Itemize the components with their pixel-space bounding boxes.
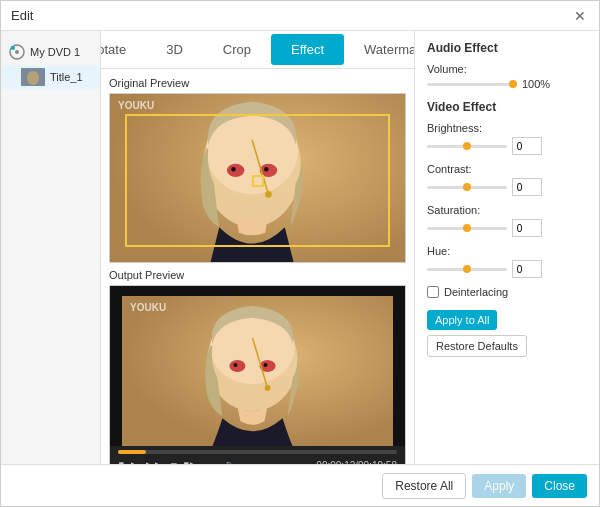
volume-label: Volume:	[427, 63, 587, 75]
deinterlacing-checkbox[interactable]	[427, 286, 439, 298]
original-watermark: YOUKU	[118, 100, 154, 111]
tab-effect[interactable]: Effect	[271, 34, 344, 65]
contrast-slider[interactable]	[427, 186, 507, 189]
tab-3d[interactable]: 3D	[146, 34, 203, 65]
contrast-slider-row	[427, 178, 587, 196]
playback-bar: ▮ ▶ ▶▶ ■ ▮▶ 🔈	[110, 446, 405, 464]
restore-defaults-button[interactable]: Restore Defaults	[427, 335, 527, 357]
center-panel: Rotate 3D Crop Effect Watermark Original…	[101, 31, 414, 464]
restore-all-button[interactable]: Restore All	[382, 473, 466, 499]
title-item-label: Title_1	[50, 71, 83, 83]
bottom-bar: Restore All Apply Close	[1, 464, 599, 506]
content-area: Rotate 3D Crop Effect Watermark Original…	[101, 31, 599, 464]
right-bottom-buttons: Apply to All Restore Defaults	[427, 310, 587, 357]
video-panel: Original Preview YOUKU	[101, 69, 414, 464]
output-preview-section: Output Preview YOUKU	[109, 269, 406, 464]
svg-point-24	[265, 385, 271, 391]
hue-slider[interactable]	[427, 268, 507, 271]
disc-icon	[9, 44, 25, 60]
contrast-input[interactable]	[512, 178, 542, 196]
tabs-bar: Rotate 3D Crop Effect Watermark	[101, 31, 414, 69]
audio-effect-title: Audio Effect	[427, 41, 587, 55]
output-preview: YOUKU	[122, 296, 393, 446]
tab-rotate[interactable]: Rotate	[101, 34, 146, 65]
contrast-row: Contrast:	[427, 163, 587, 196]
sidebar: My DVD 1 Title_1	[1, 31, 101, 464]
svg-point-21	[233, 363, 237, 367]
progress-bar-container[interactable]	[118, 450, 397, 454]
video-effect-title: Video Effect	[427, 100, 587, 114]
volume-slider-row: 100%	[427, 78, 587, 90]
svg-point-12	[264, 167, 268, 171]
original-preview-label: Original Preview	[109, 77, 406, 89]
progress-bar-fill	[118, 450, 146, 454]
svg-point-1	[15, 50, 19, 54]
svg-point-19	[229, 360, 245, 372]
right-panel: Audio Effect Volume: 100% Video Effect	[414, 31, 599, 464]
title-bar: Edit ✕	[1, 1, 599, 31]
svg-point-9	[227, 164, 244, 177]
window-title: Edit	[11, 8, 33, 23]
original-preview-section: Original Preview YOUKU	[109, 77, 406, 263]
deinterlacing-label: Deinterlacing	[444, 286, 508, 298]
original-preview: YOUKU	[109, 93, 406, 263]
original-preview-image: YOUKU	[110, 94, 405, 262]
anime-character-output	[122, 296, 393, 446]
saturation-input[interactable]	[512, 219, 542, 237]
saturation-slider[interactable]	[427, 227, 507, 230]
saturation-row: Saturation:	[427, 204, 587, 237]
apply-button[interactable]: Apply	[472, 474, 526, 498]
hue-input[interactable]	[512, 260, 542, 278]
svg-point-4	[27, 71, 39, 85]
sidebar-item-title[interactable]: Title_1	[1, 65, 100, 89]
brightness-input[interactable]: 0	[512, 137, 542, 155]
svg-point-22	[264, 363, 268, 367]
title-thumbnail	[21, 68, 45, 86]
main-content: My DVD 1 Title_1 Rotate 3D	[1, 31, 599, 464]
svg-point-14	[265, 191, 272, 198]
output-watermark: YOUKU	[130, 302, 166, 313]
saturation-slider-row	[427, 219, 587, 237]
close-button[interactable]: Close	[532, 474, 587, 498]
edit-window: Edit ✕ My DVD 1 Title_	[0, 0, 600, 507]
hue-row: Hue:	[427, 245, 587, 278]
volume-slider[interactable]	[427, 83, 517, 86]
output-preview-label: Output Preview	[109, 269, 406, 281]
anime-character-original	[110, 94, 405, 262]
contrast-label: Contrast:	[427, 163, 587, 175]
hue-label: Hue:	[427, 245, 587, 257]
saturation-label: Saturation:	[427, 204, 587, 216]
tab-crop[interactable]: Crop	[203, 34, 271, 65]
hue-slider-row	[427, 260, 587, 278]
brightness-slider-row: 0	[427, 137, 587, 155]
apply-to-all-button[interactable]: Apply to All	[427, 310, 497, 330]
svg-point-11	[231, 167, 235, 171]
volume-value: 100%	[522, 78, 554, 90]
svg-point-2	[11, 46, 15, 50]
brightness-slider[interactable]	[427, 145, 507, 148]
tab-watermark[interactable]: Watermark	[344, 34, 414, 65]
audio-effect-section: Audio Effect Volume: 100%	[427, 41, 587, 90]
close-icon[interactable]: ✕	[571, 7, 589, 25]
volume-row: Volume: 100%	[427, 63, 587, 90]
video-effect-section: Video Effect Brightness: 0 Contrast:	[427, 100, 587, 298]
output-preview-container: YOUKU	[109, 285, 406, 464]
sidebar-item-dvd[interactable]: My DVD 1	[1, 39, 100, 65]
dvd-item-label: My DVD 1	[30, 46, 80, 58]
brightness-label: Brightness:	[427, 122, 587, 134]
brightness-row: Brightness: 0	[427, 122, 587, 155]
deinterlacing-row: Deinterlacing	[427, 286, 587, 298]
